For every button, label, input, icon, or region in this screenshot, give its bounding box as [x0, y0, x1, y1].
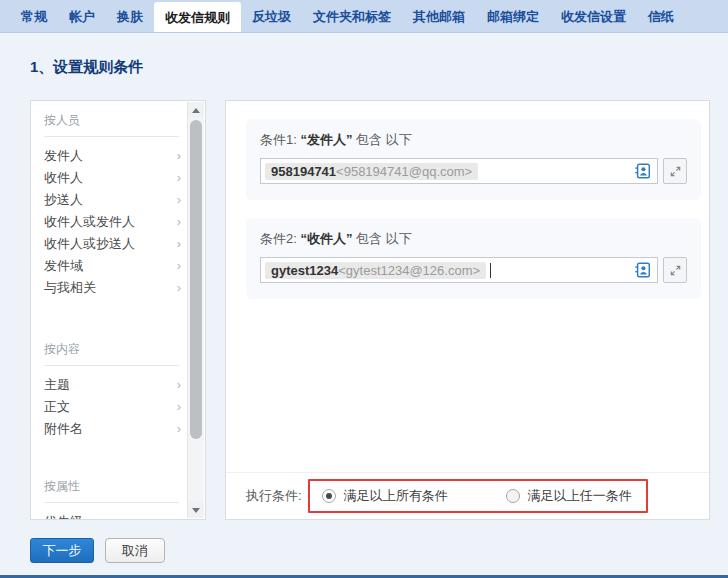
condition-1-prefix: 条件1: [260, 132, 300, 147]
scroll-up-button[interactable] [188, 102, 204, 118]
sidebar-item-cc[interactable]: 抄送人 › [31, 189, 205, 211]
tab-account[interactable]: 帐户 [58, 0, 106, 32]
expand-icon [669, 165, 682, 178]
sidebar-item-sender[interactable]: 发件人 › [31, 145, 205, 167]
sidebar-item-priority[interactable]: 优先级 › [31, 511, 205, 519]
condition-1-field: “发件人” [300, 132, 352, 147]
text-cursor [490, 263, 491, 278]
condition-1-input[interactable]: 958194741<958194741@qq.com> [260, 158, 658, 184]
contact-chip[interactable]: 958194741<958194741@qq.com> [265, 163, 478, 180]
chevron-right-icon: › [177, 211, 181, 233]
expand-input-button[interactable] [663, 158, 687, 184]
divider [44, 365, 179, 366]
condition-1-suffix: 包含 以下 [352, 132, 411, 147]
radio-match-all-conditions[interactable]: 满足以上所有条件 [322, 487, 448, 505]
contact-chip-name: 958194741 [271, 164, 336, 179]
sidebar-item-label: 发件人 [44, 145, 83, 167]
condition-2-input[interactable]: gytest1234<gytest1234@126.com> [260, 257, 658, 283]
settings-tabbar: 常规 帐户 换肤 收发信规则 反垃圾 文件夹和标签 其他邮箱 邮箱绑定 收发信设… [0, 0, 728, 33]
chevron-right-icon: › [177, 396, 181, 418]
sidebar-item-recipient[interactable]: 收件人 › [31, 167, 205, 189]
open-contacts-button[interactable] [633, 260, 653, 280]
radio-button-selected-icon[interactable] [322, 489, 336, 503]
sidebar-item-label: 收件人或发件人 [44, 211, 135, 233]
sidebar-item-label: 附件名 [44, 418, 83, 440]
condition-2-prefix: 条件2: [260, 231, 300, 246]
tab-folders-labels[interactable]: 文件夹和标签 [302, 0, 402, 32]
sidebar-item-label: 优先级 [44, 511, 83, 519]
sidebar-scrollbar[interactable] [187, 102, 204, 518]
condition-2-suffix: 包含 以下 [352, 231, 411, 246]
cancel-button[interactable]: 取消 [105, 538, 165, 563]
group-label-by-person: 按人员 [31, 110, 205, 130]
scroll-down-button[interactable] [188, 502, 204, 518]
sidebar-item-label: 抄送人 [44, 189, 83, 211]
divider [44, 502, 179, 503]
divider [44, 136, 179, 137]
address-book-icon [634, 162, 652, 180]
chevron-right-icon: › [177, 189, 181, 211]
sidebar-item-label: 主题 [44, 374, 70, 396]
sidebar-item-label: 收件人 [44, 167, 83, 189]
expand-input-button[interactable] [663, 257, 687, 283]
sidebar-item-label: 发件域 [44, 255, 83, 277]
sidebar-item-recipient-or-cc[interactable]: 收件人或抄送人 › [31, 233, 205, 255]
sidebar-item-attachment-name[interactable]: 附件名 › [31, 418, 205, 440]
group-label-by-attribute: 按属性 [31, 476, 205, 496]
condition-1-label: 条件1: “发件人” 包含 以下 [260, 131, 687, 149]
chevron-right-icon: › [177, 145, 181, 167]
tab-skin[interactable]: 换肤 [106, 0, 154, 32]
tab-stationery[interactable]: 信纸 [637, 0, 685, 32]
tab-send-receive-settings[interactable]: 收发信设置 [550, 0, 637, 32]
sidebar-item-subject[interactable]: 主题 › [31, 374, 205, 396]
radio-label: 满足以上任一条件 [528, 487, 632, 505]
sidebar-item-sender-domain[interactable]: 发件域 › [31, 255, 205, 277]
contact-chip-name: gytest1234 [271, 263, 338, 278]
arrow-down-icon [192, 508, 200, 513]
contact-chip-email: <958194741@qq.com> [336, 164, 472, 179]
arrow-up-icon [192, 108, 200, 113]
chevron-right-icon: › [177, 511, 181, 519]
chevron-right-icon: › [177, 418, 181, 440]
sidebar-item-label: 与我相关 [44, 277, 96, 299]
sidebar-item-label: 正文 [44, 396, 70, 418]
chevron-right-icon: › [177, 374, 181, 396]
rule-category-sidebar: 按人员 发件人 › 收件人 › 抄送人 › 收件人或发件人 › 收件人或抄送人 … [30, 100, 206, 520]
chevron-right-icon: › [177, 277, 181, 299]
tab-mailbox-binding[interactable]: 邮箱绑定 [476, 0, 550, 32]
execution-condition-row: 执行条件: 满足以上所有条件 满足以上任一条件 [226, 472, 709, 519]
tab-antispam[interactable]: 反垃圾 [241, 0, 302, 32]
open-contacts-button[interactable] [633, 161, 653, 181]
tab-other-mailboxes[interactable]: 其他邮箱 [402, 0, 476, 32]
settings-page: 常规 帐户 换肤 收发信规则 反垃圾 文件夹和标签 其他邮箱 邮箱绑定 收发信设… [0, 0, 728, 578]
condition-2-field: “收件人” [300, 231, 352, 246]
highlight-annotation-box: 满足以上所有条件 满足以上任一条件 [308, 479, 648, 513]
chevron-right-icon: › [177, 255, 181, 277]
tab-mail-rules[interactable]: 收发信规则 [154, 2, 241, 32]
next-step-button[interactable]: 下一步 [30, 538, 94, 563]
group-label-by-content: 按内容 [31, 339, 205, 359]
step-heading: 1、设置规则条件 [30, 58, 143, 77]
radio-label: 满足以上所有条件 [344, 487, 448, 505]
chevron-right-icon: › [177, 233, 181, 255]
radio-button-icon[interactable] [506, 489, 520, 503]
contact-chip[interactable]: gytest1234<gytest1234@126.com> [265, 262, 486, 279]
contact-chip-email: <gytest1234@126.com> [338, 263, 480, 278]
rule-conditions-panel: 条件1: “发件人” 包含 以下 958194741<958194741@qq.… [225, 100, 710, 520]
condition-2-block: 条件2: “收件人” 包含 以下 gytest1234<gytest1234@1… [246, 218, 701, 299]
sidebar-item-label: 收件人或抄送人 [44, 233, 135, 255]
tab-general[interactable]: 常规 [10, 0, 58, 32]
radio-match-any-condition[interactable]: 满足以上任一条件 [506, 487, 632, 505]
sidebar-list: 按人员 发件人 › 收件人 › 抄送人 › 收件人或发件人 › 收件人或抄送人 … [31, 101, 205, 519]
condition-2-label: 条件2: “收件人” 包含 以下 [260, 230, 687, 248]
sidebar-item-body[interactable]: 正文 › [31, 396, 205, 418]
scrollbar-thumb[interactable] [190, 120, 202, 439]
expand-icon [669, 264, 682, 277]
condition-1-block: 条件1: “发件人” 包含 以下 958194741<958194741@qq.… [246, 119, 701, 200]
sidebar-item-recipient-or-sender[interactable]: 收件人或发件人 › [31, 211, 205, 233]
chevron-right-icon: › [177, 167, 181, 189]
sidebar-item-related-to-me[interactable]: 与我相关 › [31, 277, 205, 299]
execution-condition-label: 执行条件: [246, 487, 302, 505]
address-book-icon [634, 261, 652, 279]
